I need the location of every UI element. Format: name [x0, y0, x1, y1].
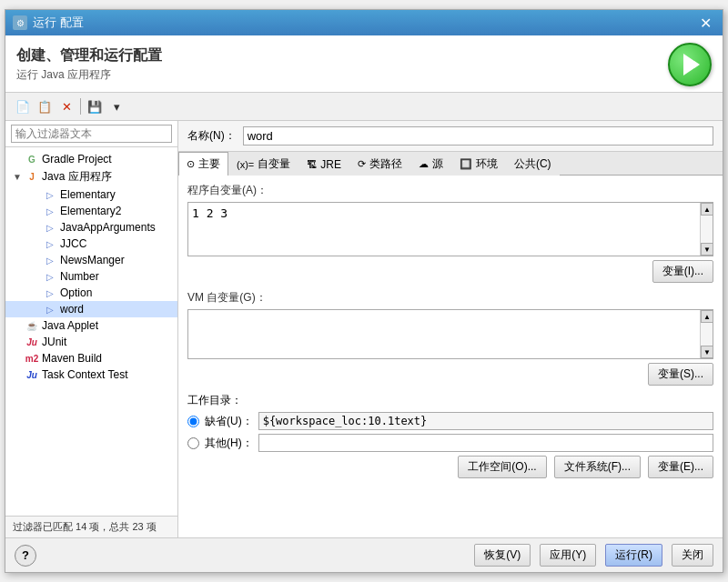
tree-item-junit[interactable]: JuJUnit: [5, 334, 177, 350]
scroll-track: [701, 216, 713, 243]
vm-args-variables-button[interactable]: 变量(S)...: [648, 363, 713, 386]
other-workdir-radio[interactable]: [187, 437, 199, 449]
other-workdir-input[interactable]: [258, 434, 713, 452]
tab-main[interactable]: ⊙主要: [178, 152, 228, 176]
prog-args-variables-button[interactable]: 变量(I)...: [652, 260, 713, 283]
tree-icon-java-applet: ☕: [25, 319, 38, 332]
left-panel: GGradle Project▼JJava 应用程序▷Elementary▷El…: [5, 121, 178, 537]
filter-status: 过滤器已匹配 14 项，总共 23 项: [5, 516, 177, 537]
tree-label-junit: JUnit: [42, 336, 66, 348]
tree-item-jjcc[interactable]: ▷JJCC: [5, 236, 177, 252]
tab-icon-classpath: ⟳: [358, 158, 366, 170]
variables-button[interactable]: 变量(E)...: [648, 456, 713, 478]
help-button[interactable]: ?: [15, 545, 36, 567]
tree-icon-gradle: G: [25, 153, 38, 166]
vm-scroll-down-btn[interactable]: ▼: [701, 346, 713, 358]
tab-classpath[interactable]: ⟳类路径: [349, 152, 410, 176]
workdir-label: 工作目录：: [187, 393, 713, 408]
tree-label-word: word: [60, 303, 84, 316]
header-left: 创建、管理和运行配置 运行 Java 应用程序: [16, 46, 162, 83]
tab-label-env: 环境: [476, 156, 498, 172]
other-workdir-row: 其他(H)：: [187, 434, 713, 452]
tree-item-task-context[interactable]: JuTask Context Test: [5, 366, 177, 383]
filesystem-button[interactable]: 文件系统(F)...: [554, 456, 641, 478]
tree-item-newsmanger[interactable]: ▷NewsManger: [5, 252, 177, 268]
tree-item-elementary2[interactable]: ▷Elementary2: [5, 203, 177, 219]
filter-area: [5, 121, 177, 147]
tabs-row: ⊙主要(x)=自变量🏗JRE⟳类路径☁源🔲环境公共(C): [178, 152, 723, 176]
workdir-section: 工作目录： 缺省(U)： 其他(H)： 工作空间(O)... 文件系统(F)..…: [187, 393, 713, 478]
config-area: 程序自变量(A)： ▲ ▼ 变量(I)... VM 自变量(G)：: [178, 176, 723, 537]
tree-label-elementary: Elementary: [60, 188, 116, 201]
tree-item-java-app[interactable]: ▼JJava 应用程序: [5, 167, 177, 186]
vm-args-btn-row: 变量(S)...: [187, 363, 713, 386]
tree-item-number[interactable]: ▷Number: [5, 268, 177, 285]
tree-icon-jjcc: ▷: [44, 237, 56, 250]
tree-item-javaapparguments[interactable]: ▷JavaAppArguments: [5, 219, 177, 236]
tree-item-java-applet[interactable]: ☕Java Applet: [5, 317, 177, 334]
tree-icon-newsmanger: ▷: [44, 254, 56, 266]
vm-args-scrollbar: ▲ ▼: [700, 310, 713, 358]
restore-button[interactable]: 恢复(V): [474, 544, 531, 567]
tab-icon-source: ☁: [419, 158, 429, 170]
tree-label-newsmanger: NewsManger: [60, 254, 125, 266]
vm-args-input[interactable]: [188, 310, 700, 358]
tree-icon-javaapparguments: ▷: [44, 221, 56, 234]
workspace-button[interactable]: 工作空间(O)...: [458, 456, 546, 478]
new-config-button[interactable]: 📄: [13, 96, 33, 116]
tab-label-source: 源: [432, 156, 443, 172]
vm-scroll-track: [701, 323, 713, 346]
run-button[interactable]: 运行(R): [605, 544, 662, 567]
toolbar-separator-1: [80, 98, 81, 115]
tab-env[interactable]: 🔲环境: [451, 152, 506, 176]
scroll-down-btn[interactable]: ▼: [701, 243, 713, 256]
apply-button[interactable]: 应用(Y): [540, 544, 596, 567]
tab-args[interactable]: (x)=自变量: [228, 152, 298, 176]
default-workdir-input[interactable]: [258, 412, 713, 430]
vm-args-label: VM 自变量(G)：: [187, 290, 713, 306]
tree-icon-task-context: Ju: [25, 368, 38, 381]
tree-label-jjcc: JJCC: [60, 237, 86, 250]
save-config-button[interactable]: 💾: [85, 96, 105, 116]
vm-scroll-up-btn[interactable]: ▲: [701, 310, 713, 323]
tree-item-elementary[interactable]: ▷Elementary: [5, 186, 177, 203]
tree-label-maven-build: Maven Build: [42, 352, 102, 365]
title-bar-left: ⚙ 运行 配置: [13, 15, 84, 31]
tree-icon-word: ▷: [44, 303, 56, 316]
run-config-button[interactable]: [668, 43, 712, 86]
tab-icon-jre: 🏗: [307, 159, 317, 170]
default-workdir-row: 缺省(U)：: [187, 412, 713, 430]
tab-jre[interactable]: 🏗JRE: [298, 152, 349, 176]
tab-label-main: 主要: [198, 156, 220, 172]
tree-item-option[interactable]: ▷Option: [5, 285, 177, 301]
prog-args-label: 程序自变量(A)：: [187, 183, 713, 198]
title-bar: ⚙ 运行 配置 ✕: [5, 10, 723, 35]
prog-args-input[interactable]: [188, 203, 700, 256]
tab-common[interactable]: 公共(C): [506, 152, 560, 176]
close-button[interactable]: 关闭: [672, 544, 713, 567]
tree-item-gradle[interactable]: GGradle Project: [5, 151, 177, 167]
tree-item-word[interactable]: ▷word: [5, 301, 177, 317]
tree-icon-junit: Ju: [25, 336, 38, 348]
dialog-title: 运行 配置: [33, 15, 84, 31]
more-button[interactable]: ▾: [106, 96, 126, 116]
other-radio-label: 其他(H)：: [205, 436, 253, 451]
delete-config-button[interactable]: ✕: [56, 96, 76, 116]
header-title: 创建、管理和运行配置: [16, 46, 162, 65]
tree-label-java-app: Java 应用程序: [42, 169, 112, 185]
tab-icon-args: (x)=: [237, 159, 254, 170]
tree-label-option: Option: [60, 286, 92, 299]
name-input[interactable]: [243, 126, 713, 146]
filter-input[interactable]: [11, 125, 172, 143]
default-workdir-radio[interactable]: [187, 416, 199, 427]
copy-config-button[interactable]: 📋: [35, 96, 55, 116]
scroll-up-btn[interactable]: ▲: [701, 203, 713, 216]
tab-label-classpath: 类路径: [369, 156, 402, 172]
vm-args-wrapper: ▲ ▼: [187, 309, 713, 359]
tree-label-javaapparguments: JavaAppArguments: [60, 221, 156, 234]
tab-source[interactable]: ☁源: [410, 152, 451, 176]
tree-item-maven-build[interactable]: m2Maven Build: [5, 350, 177, 366]
run-config-dialog: ⚙ 运行 配置 ✕ 创建、管理和运行配置 运行 Java 应用程序 📄 📋 ✕ …: [5, 9, 723, 573]
close-icon[interactable]: ✕: [696, 15, 715, 32]
bottom-buttons: 恢复(V) 应用(Y) 运行(R) 关闭: [470, 544, 713, 567]
